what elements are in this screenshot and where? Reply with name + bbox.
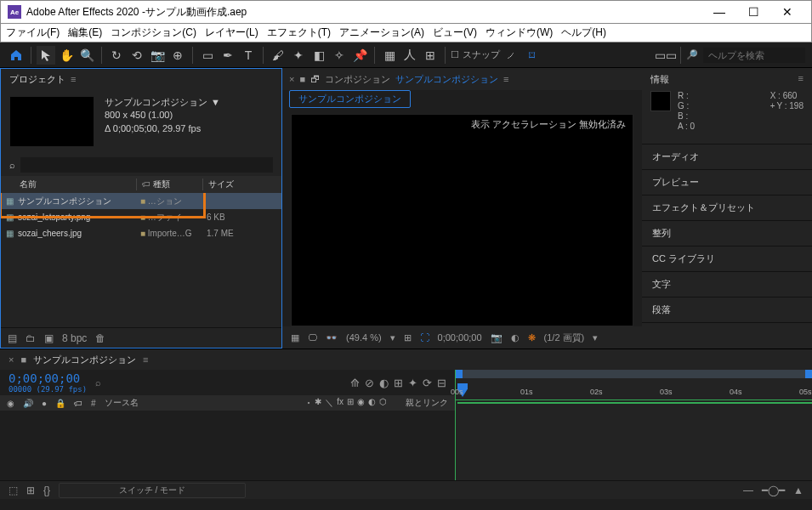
rectangle-tool[interactable]: ▭ [198,46,217,65]
col-type[interactable]: 🏷 種類 [137,178,203,190]
snap-option-icon[interactable]: ⟋ [502,46,520,65]
menu-window[interactable]: ウィンドウ(W) [485,26,553,40]
zoom-out-icon[interactable]: — [743,484,753,496]
interpret-footage-icon[interactable]: ▤ [8,332,17,344]
panel-menu-icon[interactable]: ≡ [503,74,508,84]
grid-icon[interactable]: ⊞ [404,332,412,343]
magnification-icon[interactable]: ▦ [291,332,299,343]
menu-edit[interactable]: 編集(E) [68,26,102,40]
zoom-level[interactable]: (49.4 %) [346,332,382,343]
search-icon[interactable]: ⌕ [95,377,101,388]
selection-tool[interactable] [37,46,55,65]
home-button[interactable] [7,46,26,65]
text-tool[interactable]: T [239,46,258,65]
resolution-label[interactable]: (1/2 画質) [544,332,585,344]
frame-blend-icon[interactable]: ⊘ [365,377,374,389]
menu-layer[interactable]: レイヤー(L) [205,26,258,40]
project-item[interactable]: ▦サンプルコンポジション■ …ション [1,193,281,209]
parent-link-col[interactable]: 親とリンク [406,397,448,409]
graph-editor-icon[interactable]: ⊞ [394,377,403,389]
preview-panel[interactable]: プレビュー [642,170,812,196]
panel-menu-icon[interactable]: ≡ [798,73,803,86]
dropdown-icon[interactable]: ▼ [211,96,220,109]
view-axis-icon[interactable]: ⊞ [421,46,440,65]
motion-blur-icon[interactable]: ◐ [379,377,389,389]
effects-panel[interactable]: エフェクト＆プリセット [642,196,812,221]
snap-toggle[interactable]: ☐スナップ [451,48,500,61]
timeline-layers[interactable] [0,411,455,480]
source-name-col[interactable]: ソース名 [105,397,139,409]
pan-behind-tool[interactable]: ⊕ [168,46,187,65]
workspace-button[interactable]: ▭▭ [656,46,675,65]
toggle-switches-icon[interactable]: ⬚ [9,484,18,496]
close-tab-icon[interactable]: × [9,354,14,365]
current-timecode[interactable]: 0;00;00;00 [9,371,87,385]
menu-animation[interactable]: アニメーション(A) [339,26,424,40]
safe-zone-icon[interactable]: ⛶ [420,332,429,343]
snapshot-icon[interactable]: 📷 [491,332,503,343]
roto-tool[interactable]: ✧ [330,46,349,65]
pen-tool[interactable]: ✒ [219,46,237,65]
rotation-tool[interactable]: ⟲ [128,46,146,65]
close-button[interactable]: ✕ [770,5,804,19]
resolution-icon[interactable]: 🖵 [308,332,317,343]
hand-tool[interactable]: ✋ [57,46,76,65]
audio-panel[interactable]: オーディオ [642,144,812,170]
menu-view[interactable]: ビュー(V) [433,26,477,40]
help-search-input[interactable] [703,48,805,63]
puppet-tool[interactable]: 📌 [350,46,369,65]
draft-3d-icon[interactable]: ✦ [408,377,417,389]
timeline-tab[interactable]: サンプルコンポジション [33,354,136,366]
composition-viewer[interactable]: 表示 アクセラレーション 無効化済み [291,114,633,326]
mask-icon[interactable]: 👓 [326,332,338,343]
snap-edge-icon[interactable]: ⌑ [522,46,541,65]
color-depth[interactable]: 8 bpc [62,332,87,344]
brush-tool[interactable]: 🖌 [269,46,287,65]
audio-icon[interactable]: 🔊 [23,399,33,408]
maximize-button[interactable]: ☐ [736,5,770,19]
render-icon[interactable]: ⟳ [423,377,432,389]
visibility-icon[interactable]: ◉ [7,399,14,408]
dropdown-icon[interactable]: ▾ [390,332,395,343]
project-search-input[interactable] [20,157,273,173]
world-axis-icon[interactable]: 人 [400,46,419,65]
menu-composition[interactable]: コンポジション(C) [111,26,196,40]
composition-tab[interactable]: サンプルコンポジション [289,90,411,108]
project-item[interactable]: ▦sozai_cheers.jpg■ Importe…G1.7 ME [1,225,281,241]
toggle-modes-icon[interactable]: ⊞ [26,484,35,496]
lock-icon[interactable]: 🔒 [55,399,65,408]
trash-icon[interactable]: 🗑 [95,332,105,344]
align-panel[interactable]: 整列 [642,221,812,246]
panel-menu-icon[interactable]: ≡ [71,74,76,84]
shy-icon[interactable]: ⟰ [350,377,360,389]
col-size[interactable]: サイズ [203,178,281,190]
clone-tool[interactable]: ✦ [289,46,308,65]
close-tab-icon[interactable]: × [289,74,294,84]
composition-name-link[interactable]: サンプルコンポジション [395,73,498,86]
local-axis-icon[interactable]: ▦ [380,46,399,65]
new-folder-icon[interactable]: 🗀 [26,332,36,344]
dropdown-icon[interactable]: ▾ [593,332,598,343]
camera-tool[interactable]: 📷 [148,46,167,65]
menu-effect[interactable]: エフェクト(T) [267,26,331,40]
composition-thumbnail[interactable] [9,96,94,147]
solo-icon[interactable]: ● [42,399,47,408]
menu-help[interactable]: ヘルプ(H) [561,26,606,40]
character-panel[interactable]: 文字 [642,272,812,298]
zoom-slider[interactable]: ━◯━ [762,484,785,496]
channel-icon[interactable]: ◐ [511,332,520,343]
orbit-tool[interactable]: ↻ [107,46,126,65]
toggle-brackets-icon[interactable]: {} [43,484,50,496]
zoom-tool[interactable]: 🔍 [77,46,96,65]
switches-modes-toggle[interactable]: スイッチ / モード [59,483,246,498]
paragraph-panel[interactable]: 段落 [642,298,812,323]
col-name[interactable]: 名前 [1,178,137,190]
work-area-start[interactable] [456,370,463,378]
project-item[interactable]: ▦sozai_letsparty.png■ …ファイ6 KB [1,209,281,225]
lock-icon[interactable]: ■ [299,74,305,84]
new-comp-icon[interactable]: ▣ [44,332,54,344]
expand-icon[interactable]: ⊟ [437,377,446,389]
current-time[interactable]: 0;00;00;00 [438,332,482,343]
timeline-tracks[interactable] [456,400,812,480]
menu-file[interactable]: ファイル(F) [6,26,60,40]
